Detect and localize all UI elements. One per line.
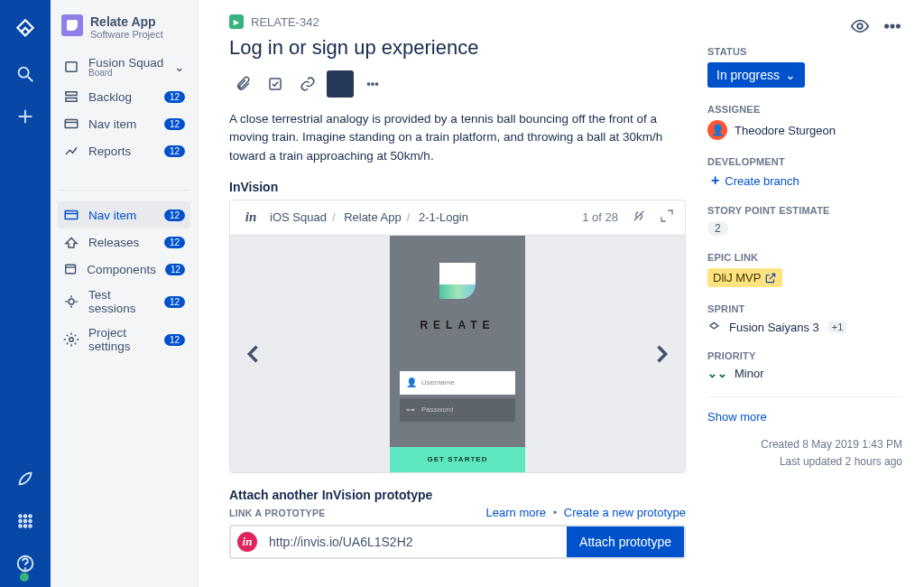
prototype-screen[interactable]: RELATE 👤Username ⊶Password GET STARTED	[390, 236, 525, 472]
invision-pin-icon: in	[231, 526, 263, 557]
svg-rect-22	[66, 265, 76, 274]
svg-point-5	[24, 515, 27, 517]
unlink-icon[interactable]	[631, 208, 647, 227]
link-prototype-label: LINK A PROTOTYPE	[229, 508, 326, 518]
presence-indicator	[20, 573, 29, 582]
svg-point-8	[24, 520, 27, 523]
svg-rect-20	[65, 211, 78, 219]
project-subtitle: Software Project	[90, 29, 163, 40]
sidebar-item-label: Project settings	[88, 326, 155, 353]
next-icon[interactable]	[649, 341, 674, 367]
sidebar-item-label: Reports	[88, 144, 155, 158]
priority-minor-icon: ⌄⌄	[707, 367, 727, 380]
avatar: 👤	[707, 120, 727, 140]
issue-description[interactable]: A close terrestrial analogy is provided …	[229, 110, 686, 165]
sidebar-item-releases[interactable]: Releases 12	[58, 228, 190, 256]
issue-title[interactable]: Log in or sign up experience	[229, 36, 686, 60]
sidebar-item-components[interactable]: Components 12	[58, 256, 190, 283]
svg-point-37	[891, 24, 893, 27]
sidebar-item-project-settings[interactable]: Project settings 12	[58, 321, 190, 359]
count-badge: 12	[164, 296, 185, 308]
more-icon[interactable]	[359, 70, 386, 98]
attach-icon[interactable]	[229, 70, 256, 98]
sidebar-item-label: Test sessions	[88, 288, 155, 315]
invision-card: in iOS Squad/ Relate App/ 2-1-Login 1 of…	[229, 200, 686, 473]
sprint-extra-badge: +1	[828, 321, 847, 333]
sidebar-item-reports[interactable]: Reports 12	[58, 137, 190, 164]
chevron-down-icon: ⌄	[785, 68, 796, 82]
project-avatar	[61, 14, 83, 36]
invision-section-label: InVision	[229, 180, 686, 194]
chevron-down-icon: ⌄	[174, 60, 185, 74]
sidebar-item-board[interactable]: Fusion SquadBoard ⌄	[58, 51, 190, 83]
invision-tool-icon[interactable]	[327, 70, 354, 98]
search-icon[interactable]	[15, 64, 35, 87]
svg-point-33	[375, 83, 377, 85]
project-sidebar: Relate App Software Project Fusion Squad…	[51, 0, 199, 587]
sidebar-item-backlog[interactable]: Backlog 12	[58, 83, 190, 110]
epic-link-tag[interactable]: DliJ MVP	[707, 268, 782, 287]
sidebar-item-label: Nav item	[88, 117, 155, 131]
sprint-icon	[707, 320, 722, 334]
sidebar-item-test-sessions[interactable]: Test sessions 12	[58, 283, 190, 321]
svg-rect-17	[66, 98, 77, 102]
count-badge: 12	[164, 118, 185, 130]
apps-icon[interactable]	[15, 511, 35, 534]
sprint-field[interactable]: Fusion Saiyans 3 +1	[707, 320, 902, 334]
sidebar-item-label: Nav item	[88, 209, 155, 222]
count-badge: 12	[164, 145, 185, 157]
svg-point-4	[19, 515, 22, 517]
attach-prototype-button[interactable]: Attach prototype	[567, 526, 684, 557]
epic-link-label: EPIC LINK	[707, 252, 902, 263]
sidebar-item-nav2[interactable]: Nav item 12	[58, 201, 190, 228]
story-points-value[interactable]: 2	[707, 221, 728, 236]
svg-line-1	[28, 77, 33, 82]
learn-more-link[interactable]: Learn more	[486, 506, 546, 519]
svg-point-35	[857, 23, 863, 29]
invision-counter: 1 of 28	[582, 210, 618, 224]
rocket-icon[interactable]	[15, 469, 35, 491]
prototype-url-input[interactable]	[263, 526, 567, 557]
sidebar-item-label: Components	[87, 263, 156, 276]
actions-icon[interactable]	[882, 16, 902, 39]
priority-field[interactable]: ⌄⌄ Minor	[707, 367, 902, 380]
watch-icon[interactable]	[850, 16, 870, 39]
svg-rect-18	[65, 120, 78, 128]
subtask-icon[interactable]	[262, 70, 289, 98]
updated-timestamp: Last updated 2 hours ago	[707, 453, 902, 471]
invision-logo-icon: in	[241, 208, 261, 228]
count-badge: 12	[164, 237, 185, 248]
create-prototype-link[interactable]: Create a new prototype	[564, 506, 686, 519]
assignee-label: ASSIGNEE	[707, 104, 902, 115]
svg-point-6	[29, 515, 32, 517]
svg-point-36	[885, 24, 888, 27]
show-more-link[interactable]: Show more	[707, 396, 902, 424]
jira-logo[interactable]	[14, 18, 37, 44]
svg-rect-16	[66, 92, 77, 96]
svg-point-0	[19, 68, 29, 78]
created-timestamp: Created 8 May 2019 1:43 PM	[707, 436, 902, 453]
svg-point-7	[19, 520, 22, 523]
priority-label: PRIORITY	[707, 350, 902, 361]
project-name: Relate App	[90, 14, 163, 29]
create-branch-link[interactable]: + Create branch	[711, 172, 902, 189]
attach-section-title: Attach another InVision prototype	[229, 488, 686, 502]
svg-point-32	[372, 83, 374, 85]
development-label: DEVELOPMENT	[707, 156, 902, 167]
external-link-icon	[764, 272, 777, 284]
svg-point-9	[29, 520, 32, 523]
prev-icon[interactable]	[241, 341, 266, 367]
invision-breadcrumb[interactable]: iOS Squad/ Relate App/ 2-1-Login	[270, 210, 468, 224]
status-dropdown[interactable]: In progress ⌄	[707, 62, 805, 88]
svg-rect-30	[270, 79, 281, 89]
issue-key[interactable]: RELATE-342	[251, 15, 319, 29]
svg-point-10	[19, 525, 22, 527]
assignee-field[interactable]: 👤 Theodore Sturgeon	[707, 120, 902, 140]
fullscreen-icon[interactable]	[660, 209, 674, 226]
link-icon[interactable]	[294, 70, 321, 98]
create-icon[interactable]	[15, 107, 35, 129]
sidebar-item-nav1[interactable]: Nav item 12	[58, 110, 190, 137]
svg-point-31	[367, 83, 369, 85]
sprint-label: SPRINT	[707, 303, 902, 314]
svg-point-29	[69, 338, 74, 342]
